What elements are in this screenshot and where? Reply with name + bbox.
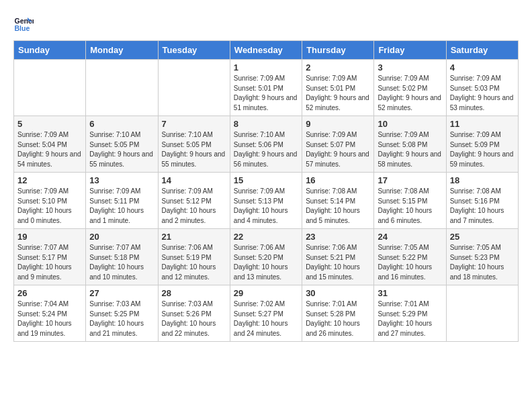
day-number: 31 xyxy=(378,288,442,298)
header-cell-monday: Monday xyxy=(86,41,158,60)
header-cell-friday: Friday xyxy=(374,41,446,60)
day-info: Sunrise: 7:09 AM Sunset: 5:10 PM Dayligh… xyxy=(17,187,82,226)
logo-icon: General Blue xyxy=(13,13,34,34)
day-info: Sunrise: 7:06 AM Sunset: 5:19 PM Dayligh… xyxy=(162,243,226,282)
header-cell-sunday: Sunday xyxy=(14,41,86,60)
calendar-cell: 17Sunrise: 7:08 AM Sunset: 5:15 PM Dayli… xyxy=(374,173,446,229)
day-number: 9 xyxy=(306,119,370,129)
calendar-cell xyxy=(158,60,230,116)
calendar-cell: 3Sunrise: 7:09 AM Sunset: 5:02 PM Daylig… xyxy=(374,60,446,116)
day-number: 6 xyxy=(89,119,154,129)
calendar-cell: 15Sunrise: 7:09 AM Sunset: 5:13 PM Dayli… xyxy=(230,173,302,229)
day-info: Sunrise: 7:09 AM Sunset: 5:03 PM Dayligh… xyxy=(450,74,515,113)
header-cell-wednesday: Wednesday xyxy=(230,41,302,60)
calendar-cell: 11Sunrise: 7:09 AM Sunset: 5:09 PM Dayli… xyxy=(446,116,518,173)
day-info: Sunrise: 7:05 AM Sunset: 5:23 PM Dayligh… xyxy=(450,243,515,282)
day-number: 27 xyxy=(89,288,154,298)
day-number: 18 xyxy=(450,175,515,185)
day-info: Sunrise: 7:01 AM Sunset: 5:28 PM Dayligh… xyxy=(306,300,370,338)
day-info: Sunrise: 7:04 AM Sunset: 5:24 PM Dayligh… xyxy=(17,300,82,338)
day-number: 10 xyxy=(378,119,442,129)
week-row-4: 19Sunrise: 7:07 AM Sunset: 5:17 PM Dayli… xyxy=(14,229,519,285)
day-info: Sunrise: 7:09 AM Sunset: 5:02 PM Dayligh… xyxy=(378,74,442,113)
calendar-cell: 7Sunrise: 7:10 AM Sunset: 5:05 PM Daylig… xyxy=(158,116,230,173)
calendar-cell: 13Sunrise: 7:09 AM Sunset: 5:11 PM Dayli… xyxy=(86,173,158,229)
calendar-cell: 1Sunrise: 7:09 AM Sunset: 5:01 PM Daylig… xyxy=(230,60,302,116)
day-info: Sunrise: 7:01 AM Sunset: 5:29 PM Dayligh… xyxy=(378,300,442,338)
calendar-cell: 25Sunrise: 7:05 AM Sunset: 5:23 PM Dayli… xyxy=(446,229,518,285)
day-number: 5 xyxy=(17,119,82,129)
calendar-cell: 16Sunrise: 7:08 AM Sunset: 5:14 PM Dayli… xyxy=(302,173,374,229)
day-info: Sunrise: 7:08 AM Sunset: 5:15 PM Dayligh… xyxy=(378,187,442,226)
day-info: Sunrise: 7:09 AM Sunset: 5:08 PM Dayligh… xyxy=(378,130,442,169)
calendar-cell xyxy=(446,285,518,342)
day-number: 17 xyxy=(378,175,442,185)
day-info: Sunrise: 7:06 AM Sunset: 5:21 PM Dayligh… xyxy=(306,243,370,282)
calendar-cell xyxy=(86,60,158,116)
calendar-cell: 31Sunrise: 7:01 AM Sunset: 5:29 PM Dayli… xyxy=(374,285,446,342)
calendar-cell xyxy=(14,60,86,116)
day-number: 14 xyxy=(162,175,226,185)
day-number: 3 xyxy=(378,62,442,73)
logo: General Blue xyxy=(13,13,36,34)
calendar-cell: 4Sunrise: 7:09 AM Sunset: 5:03 PM Daylig… xyxy=(446,60,518,116)
day-number: 26 xyxy=(17,288,82,298)
calendar-cell: 22Sunrise: 7:06 AM Sunset: 5:20 PM Dayli… xyxy=(230,229,302,285)
day-info: Sunrise: 7:06 AM Sunset: 5:20 PM Dayligh… xyxy=(234,243,298,282)
calendar-cell: 2Sunrise: 7:09 AM Sunset: 5:01 PM Daylig… xyxy=(302,60,374,116)
day-info: Sunrise: 7:08 AM Sunset: 5:16 PM Dayligh… xyxy=(450,187,515,226)
day-number: 29 xyxy=(234,288,298,298)
day-info: Sunrise: 7:05 AM Sunset: 5:22 PM Dayligh… xyxy=(378,243,442,282)
day-info: Sunrise: 7:09 AM Sunset: 5:13 PM Dayligh… xyxy=(234,187,298,226)
day-number: 28 xyxy=(162,288,226,298)
day-info: Sunrise: 7:10 AM Sunset: 5:05 PM Dayligh… xyxy=(89,130,154,169)
day-number: 30 xyxy=(306,288,370,298)
day-number: 24 xyxy=(378,232,442,242)
day-info: Sunrise: 7:10 AM Sunset: 5:06 PM Dayligh… xyxy=(234,130,298,169)
day-info: Sunrise: 7:09 AM Sunset: 5:11 PM Dayligh… xyxy=(89,187,154,226)
header-cell-thursday: Thursday xyxy=(302,41,374,60)
calendar-cell: 8Sunrise: 7:10 AM Sunset: 5:06 PM Daylig… xyxy=(230,116,302,173)
day-number: 23 xyxy=(306,232,370,242)
calendar-cell: 10Sunrise: 7:09 AM Sunset: 5:08 PM Dayli… xyxy=(374,116,446,173)
day-info: Sunrise: 7:09 AM Sunset: 5:12 PM Dayligh… xyxy=(162,187,226,226)
day-info: Sunrise: 7:08 AM Sunset: 5:14 PM Dayligh… xyxy=(306,187,370,226)
week-row-1: 1Sunrise: 7:09 AM Sunset: 5:01 PM Daylig… xyxy=(14,60,519,116)
week-row-2: 5Sunrise: 7:09 AM Sunset: 5:04 PM Daylig… xyxy=(14,116,519,173)
calendar-cell: 6Sunrise: 7:10 AM Sunset: 5:05 PM Daylig… xyxy=(86,116,158,173)
day-info: Sunrise: 7:09 AM Sunset: 5:01 PM Dayligh… xyxy=(306,74,370,113)
day-number: 25 xyxy=(450,232,515,242)
day-number: 7 xyxy=(162,119,226,129)
calendar-cell: 5Sunrise: 7:09 AM Sunset: 5:04 PM Daylig… xyxy=(14,116,86,173)
day-info: Sunrise: 7:09 AM Sunset: 5:04 PM Dayligh… xyxy=(17,130,82,169)
calendar-cell: 23Sunrise: 7:06 AM Sunset: 5:21 PM Dayli… xyxy=(302,229,374,285)
day-number: 22 xyxy=(234,232,298,242)
calendar-cell: 21Sunrise: 7:06 AM Sunset: 5:19 PM Dayli… xyxy=(158,229,230,285)
header-cell-saturday: Saturday xyxy=(446,41,518,60)
week-row-5: 26Sunrise: 7:04 AM Sunset: 5:24 PM Dayli… xyxy=(14,285,519,342)
day-number: 13 xyxy=(89,175,154,185)
calendar-cell: 26Sunrise: 7:04 AM Sunset: 5:24 PM Dayli… xyxy=(14,285,86,342)
calendar-cell: 20Sunrise: 7:07 AM Sunset: 5:18 PM Dayli… xyxy=(86,229,158,285)
header-cell-tuesday: Tuesday xyxy=(158,41,230,60)
day-number: 16 xyxy=(306,175,370,185)
week-row-3: 12Sunrise: 7:09 AM Sunset: 5:10 PM Dayli… xyxy=(14,173,519,229)
day-info: Sunrise: 7:07 AM Sunset: 5:18 PM Dayligh… xyxy=(89,243,154,282)
svg-text:Blue: Blue xyxy=(15,24,30,32)
day-info: Sunrise: 7:02 AM Sunset: 5:27 PM Dayligh… xyxy=(234,300,298,338)
calendar-cell: 9Sunrise: 7:09 AM Sunset: 5:07 PM Daylig… xyxy=(302,116,374,173)
calendar-cell: 29Sunrise: 7:02 AM Sunset: 5:27 PM Dayli… xyxy=(230,285,302,342)
day-number: 15 xyxy=(234,175,298,185)
calendar-cell: 30Sunrise: 7:01 AM Sunset: 5:28 PM Dayli… xyxy=(302,285,374,342)
calendar-cell: 27Sunrise: 7:03 AM Sunset: 5:25 PM Dayli… xyxy=(86,285,158,342)
day-info: Sunrise: 7:10 AM Sunset: 5:05 PM Dayligh… xyxy=(162,130,226,169)
calendar-cell: 28Sunrise: 7:03 AM Sunset: 5:26 PM Dayli… xyxy=(158,285,230,342)
header-row: SundayMondayTuesdayWednesdayThursdayFrid… xyxy=(14,41,519,60)
day-info: Sunrise: 7:09 AM Sunset: 5:07 PM Dayligh… xyxy=(306,130,370,169)
day-info: Sunrise: 7:07 AM Sunset: 5:17 PM Dayligh… xyxy=(17,243,82,282)
day-number: 19 xyxy=(17,232,82,242)
day-number: 2 xyxy=(306,62,370,73)
day-number: 4 xyxy=(450,62,515,73)
day-info: Sunrise: 7:09 AM Sunset: 5:01 PM Dayligh… xyxy=(234,74,298,113)
day-number: 8 xyxy=(234,119,298,129)
